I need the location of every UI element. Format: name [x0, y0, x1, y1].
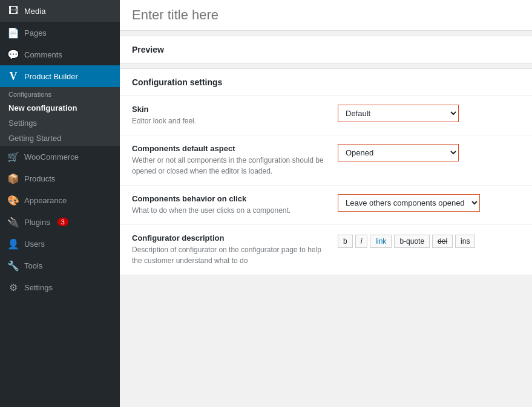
behavior-label: Components behavior on click	[132, 194, 326, 203]
tools-icon: 🔧	[7, 259, 19, 272]
toolbar-link[interactable]: link	[370, 235, 392, 248]
sidebar-item-woocommerce[interactable]: 🛒 WooCommerce	[0, 146, 120, 168]
sidebar-item-label: Tools	[24, 261, 42, 270]
toolbar-row: b i link b-quote del ins	[338, 235, 475, 248]
pages-icon: 📄	[7, 27, 19, 39]
products-icon: 📦	[7, 172, 19, 184]
media-icon: 🎞	[7, 5, 19, 17]
sidebar-item-label: Product Builder	[24, 72, 78, 81]
product-builder-submenu: Configurations New configuration Setting…	[0, 87, 120, 146]
sidebar-item-media[interactable]: 🎞 Media	[0, 0, 120, 22]
toolbar-bold[interactable]: b	[338, 235, 353, 248]
sidebar-item-label: Comments	[24, 50, 62, 59]
users-icon: 👤	[7, 238, 19, 250]
toolbar-bquote[interactable]: b-quote	[394, 235, 430, 248]
title-bar	[120, 0, 532, 31]
config-settings-header: Configuration settings	[120, 69, 532, 96]
config-row-skin: Skin Editor look and feel. Default	[120, 96, 532, 135]
sidebar-item-product-builder[interactable]: V Product Builder	[0, 65, 120, 87]
skin-label-col: Skin Editor look and feel.	[132, 105, 326, 126]
preview-section: Preview	[120, 36, 532, 63]
sidebar-item-tools[interactable]: 🔧 Tools	[0, 255, 120, 276]
behavior-desc: What to do when the user clicks on a com…	[132, 205, 326, 216]
description-desc: Description of configurator on the confi…	[132, 244, 326, 266]
components-aspect-value-col: Opened	[338, 144, 520, 161]
sidebar-item-label: Media	[24, 7, 45, 16]
description-toolbar: b i link b-quote del ins	[338, 233, 475, 248]
description-label-col: Configurator description Description of …	[132, 233, 326, 266]
submenu-header: Configurations	[0, 87, 120, 100]
sidebar-item-label: Products	[24, 174, 55, 183]
submenu-item-settings[interactable]: Settings	[0, 116, 120, 131]
description-value-col: b i link b-quote del ins	[338, 233, 520, 248]
post-title-input[interactable]	[132, 7, 520, 23]
settings-icon: ⚙	[7, 281, 19, 293]
sidebar-item-label: Settings	[24, 283, 53, 292]
components-aspect-label-col: Components default aspect Wether or not …	[132, 144, 326, 177]
behavior-select[interactable]: Leave others components opened	[338, 194, 480, 212]
config-row-behavior: Components behavior on click What to do …	[120, 186, 532, 225]
product-builder-icon: V	[7, 70, 19, 82]
behavior-value-col: Leave others components opened	[338, 194, 520, 212]
skin-label: Skin	[132, 105, 326, 114]
sidebar-item-users[interactable]: 👤 Users	[0, 233, 120, 255]
sidebar-item-label: Pages	[24, 28, 47, 37]
sidebar-item-settings[interactable]: ⚙ Settings	[0, 276, 120, 298]
sidebar-item-label: Users	[24, 239, 45, 249]
toolbar-italic[interactable]: i	[355, 235, 368, 248]
sidebar: 🎞 Media 📄 Pages 💬 Comments V Product Bui…	[0, 0, 120, 407]
skin-desc: Editor look and feel.	[132, 116, 326, 126]
sidebar-item-label: Plugins	[24, 218, 50, 227]
comments-icon: 💬	[7, 48, 19, 60]
components-aspect-select[interactable]: Opened	[338, 144, 459, 161]
sidebar-item-appearance[interactable]: 🎨 Appearance	[0, 189, 120, 211]
main-content: Preview Configuration settings Skin Edit…	[120, 0, 532, 407]
sidebar-item-plugins[interactable]: 🔌 Plugins 3	[0, 211, 120, 233]
behavior-label-col: Components behavior on click What to do …	[132, 194, 326, 216]
woocommerce-icon: 🛒	[7, 151, 19, 163]
toolbar-del[interactable]: del	[432, 235, 453, 248]
submenu-item-getting-started[interactable]: Getting Started	[0, 131, 120, 146]
skin-value-col: Default	[338, 105, 520, 122]
components-aspect-label: Components default aspect	[132, 144, 326, 153]
sidebar-item-comments[interactable]: 💬 Comments	[0, 44, 120, 65]
config-section: Configuration settings Skin Editor look …	[120, 68, 532, 275]
plugins-badge: 3	[57, 218, 68, 226]
sidebar-item-label: Appearance	[24, 196, 67, 205]
config-row-description: Configurator description Description of …	[120, 225, 532, 275]
components-aspect-desc: Wether or not all components in the conf…	[132, 155, 326, 177]
preview-label: Preview	[132, 45, 164, 54]
description-label: Configurator description	[132, 233, 326, 243]
toolbar-ins[interactable]: ins	[455, 235, 475, 248]
appearance-icon: 🎨	[7, 194, 19, 206]
skin-select[interactable]: Default	[338, 105, 459, 122]
sidebar-item-pages[interactable]: 📄 Pages	[0, 22, 120, 44]
plugins-icon: 🔌	[7, 216, 19, 228]
sidebar-item-label: WooCommerce	[24, 152, 79, 161]
submenu-item-new-configuration[interactable]: New configuration	[0, 100, 120, 116]
config-row-components-aspect: Components default aspect Wether or not …	[120, 135, 532, 186]
sidebar-item-products[interactable]: 📦 Products	[0, 168, 120, 189]
